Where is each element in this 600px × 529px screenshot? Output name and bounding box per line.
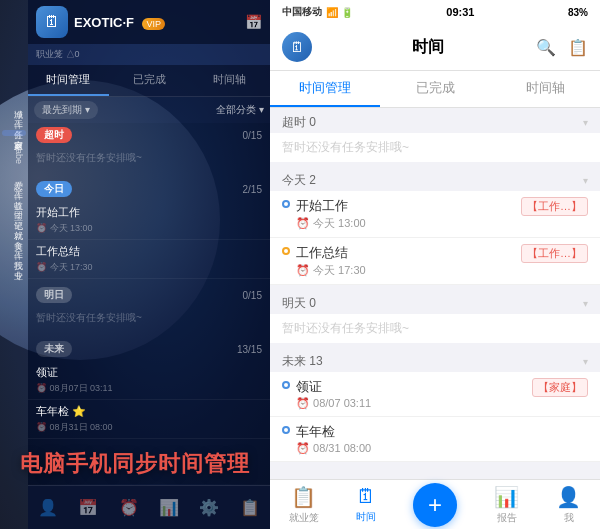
right-today-arrow: ▾ bbox=[583, 175, 588, 186]
sidebar-item-1[interactable]: 工作 bbox=[2, 110, 26, 116]
right-overdue-header[interactable]: 超时 0 ▾ bbox=[270, 108, 600, 133]
right-task-start-work[interactable]: 开始工作 ⏰ 今天 13:00 【工作…】 bbox=[270, 191, 600, 238]
sidebar-item-12[interactable]: 工作 bbox=[2, 241, 26, 247]
right-tab-timeline[interactable]: 时间轴 bbox=[490, 71, 600, 107]
sidebar-item-2[interactable]: 任务 bbox=[2, 120, 26, 126]
right-tomorrow-title: 明天 0 bbox=[282, 295, 316, 312]
right-tomorrow-header[interactable]: 明天 0 ▾ bbox=[270, 289, 600, 314]
top-bar: 🗓 EXOTIC·F VIP 📅 bbox=[28, 0, 270, 44]
right-avatar: 🗓 bbox=[282, 32, 312, 62]
right-app-header: 🗓 时间 🔍 📋 bbox=[270, 24, 600, 71]
sidebar-item-3[interactable]: 家庭 bbox=[2, 130, 26, 136]
right-tomorrow-arrow: ▾ bbox=[583, 298, 588, 309]
task-item-car-inspection[interactable]: 车年检 ⭐ ⏰ 08月31日 08:00 bbox=[28, 400, 270, 439]
alert-bar: 职业笼 △0 bbox=[28, 44, 270, 65]
sidebar-item-6[interactable]: 工作 bbox=[2, 181, 26, 187]
future-count: 13/15 bbox=[237, 344, 262, 355]
user-name: EXOTIC·F bbox=[74, 15, 134, 30]
sidebar-strip: 净城 工作 任务 家庭 Babe 恋爱 工作 收益 团宝 笔记 就就 美食 工作… bbox=[0, 0, 28, 529]
task-item-work-summary[interactable]: 工作总结 ⏰ 今天 17:30 bbox=[28, 240, 270, 279]
sidebar-item-7[interactable]: 收益 bbox=[2, 191, 26, 197]
status-bar: 中国移动 📶 🔋 09:31 83% bbox=[270, 0, 600, 24]
right-nav-report[interactable]: 📊 报告 bbox=[494, 485, 519, 525]
right-task-title-car: 车年检 bbox=[296, 423, 588, 441]
right-task-dot-license bbox=[282, 381, 290, 389]
report-label: 报告 bbox=[497, 511, 517, 525]
user-info: EXOTIC·F VIP bbox=[74, 13, 239, 31]
right-nav-joblock[interactable]: 📋 就业笼 bbox=[289, 485, 319, 525]
nav-person[interactable]: 👤 bbox=[38, 498, 58, 517]
battery-text: 83% bbox=[568, 7, 588, 18]
task-time-work-summary: ⏰ 今天 17:30 bbox=[36, 261, 262, 274]
right-task-car-inspection[interactable]: 车年检 ⏰ 08/31 08:00 bbox=[270, 417, 600, 462]
header-actions: 🔍 📋 bbox=[536, 38, 588, 57]
joblock-label: 就业笼 bbox=[289, 511, 319, 525]
right-tabs: 时间管理 已完成 时间轴 bbox=[270, 71, 600, 108]
category-label: 全部分类 bbox=[216, 104, 256, 115]
section-tomorrow: 明日 0/15 暂时还没有任务安排哦~ bbox=[28, 283, 270, 333]
right-today-header[interactable]: 今天 2 ▾ bbox=[270, 166, 600, 191]
sort-button[interactable]: 最先到期 ▾ bbox=[34, 101, 98, 119]
section-tomorrow-header[interactable]: 明日 0/15 bbox=[28, 283, 270, 307]
nav-calendar[interactable]: 📅 bbox=[78, 498, 98, 517]
tab-time-management[interactable]: 时间管理 bbox=[28, 65, 109, 96]
time-label: 时间 bbox=[356, 510, 376, 524]
sidebar-item-4[interactable]: Babe bbox=[2, 140, 26, 167]
right-overdue-arrow: ▾ bbox=[583, 117, 588, 128]
top-bar-icons: 📅 bbox=[245, 14, 262, 30]
sidebar-item-0[interactable]: 净城 bbox=[2, 100, 26, 106]
overdue-count: 0/15 bbox=[243, 130, 262, 141]
overdue-empty: 暂时还没有任务安排哦~ bbox=[28, 147, 270, 173]
right-task-time-work-summary: ⏰ 今天 17:30 bbox=[296, 263, 515, 278]
signal-icon: 📶 🔋 bbox=[326, 7, 353, 18]
task-item-start-work[interactable]: 开始工作 ⏰ 今天 13:00 bbox=[28, 201, 270, 240]
right-nav-time[interactable]: 🗓 时间 bbox=[356, 485, 376, 524]
sort-label: 最先到期 bbox=[42, 104, 82, 115]
right-tab-time-management[interactable]: 时间管理 bbox=[270, 71, 380, 107]
right-bottom-nav: 📋 就业笼 🗓 时间 + 📊 报告 👤 我 bbox=[270, 479, 600, 529]
category-arrow: ▾ bbox=[259, 104, 264, 115]
right-tomorrow-empty: 暂时还没有任务安排哦~ bbox=[270, 314, 600, 343]
add-button[interactable]: + bbox=[413, 483, 457, 527]
right-tab-completed[interactable]: 已完成 bbox=[380, 71, 490, 107]
nav-settings[interactable]: ⚙️ bbox=[199, 498, 219, 517]
task-item-license[interactable]: 领证 ⏰ 08月07日 03:11 bbox=[28, 361, 270, 400]
right-task-title-work-summary: 工作总结 bbox=[296, 244, 515, 262]
nav-chart[interactable]: 📊 bbox=[159, 498, 179, 517]
sidebar-item-11[interactable]: 美食 bbox=[2, 231, 26, 237]
calendar-icon[interactable]: 📅 bbox=[245, 14, 262, 30]
right-task-work-summary[interactable]: 工作总结 ⏰ 今天 17:30 【工作…】 bbox=[270, 238, 600, 285]
tab-completed[interactable]: 已完成 bbox=[109, 65, 190, 96]
sidebar-item-13[interactable]: 我投 bbox=[2, 251, 26, 257]
right-task-dot-work-summary bbox=[282, 247, 290, 255]
right-task-content-start-work: 开始工作 ⏰ 今天 13:00 bbox=[296, 197, 515, 231]
right-future-header[interactable]: 未来 13 ▾ bbox=[270, 347, 600, 372]
left-main-content: 🗓 EXOTIC·F VIP 📅 职业笼 △0 时间管理 已完成 时间轴 最先到… bbox=[28, 0, 270, 529]
left-task-list[interactable]: 超时 0/15 暂时还没有任务安排哦~ 今日 2/15 开始工作 ⏰ 今天 13… bbox=[28, 123, 270, 484]
category-filter[interactable]: 全部分类 ▾ bbox=[216, 103, 264, 117]
sidebar-item-14[interactable]: 专业 bbox=[2, 261, 26, 267]
nav-list[interactable]: 📋 bbox=[240, 498, 260, 517]
section-overdue-header[interactable]: 超时 0/15 bbox=[28, 123, 270, 147]
today-count: 2/15 bbox=[243, 184, 262, 195]
sidebar-item-8[interactable]: 团宝 bbox=[2, 201, 26, 207]
right-task-list[interactable]: 超时 0 ▾ 暂时还没有任务安排哦~ 今天 2 ▾ 开始工作 ⏰ 今天 13:0… bbox=[270, 108, 600, 479]
sidebar-item-5[interactable]: 恋爱 bbox=[2, 171, 26, 177]
app-icon: 🗓 bbox=[36, 6, 68, 38]
right-nav-me[interactable]: 👤 我 bbox=[556, 485, 581, 525]
search-icon[interactable]: 🔍 bbox=[536, 38, 556, 57]
section-future-header[interactable]: 未来 13/15 bbox=[28, 337, 270, 361]
sidebar-item-10[interactable]: 就就 bbox=[2, 221, 26, 227]
add-task-icon[interactable]: 📋 bbox=[568, 38, 588, 57]
right-section-future: 未来 13 ▾ 领证 ⏰ 08/07 03:11 【家庭】 车年检 ⏰ 08/3… bbox=[270, 347, 600, 462]
left-tabs: 时间管理 已完成 时间轴 bbox=[28, 65, 270, 97]
nav-time[interactable]: ⏰ bbox=[119, 498, 139, 517]
report-icon: 📊 bbox=[494, 485, 519, 509]
task-time-start-work: ⏰ 今天 13:00 bbox=[36, 222, 262, 235]
right-task-time-start-work: ⏰ 今天 13:00 bbox=[296, 216, 515, 231]
section-today-header[interactable]: 今日 2/15 bbox=[28, 177, 270, 201]
tab-timeline[interactable]: 时间轴 bbox=[189, 65, 270, 96]
right-task-license[interactable]: 领证 ⏰ 08/07 03:11 【家庭】 bbox=[270, 372, 600, 417]
sidebar-item-9[interactable]: 笔记 bbox=[2, 211, 26, 217]
right-section-tomorrow: 明天 0 ▾ 暂时还没有任务安排哦~ bbox=[270, 289, 600, 343]
